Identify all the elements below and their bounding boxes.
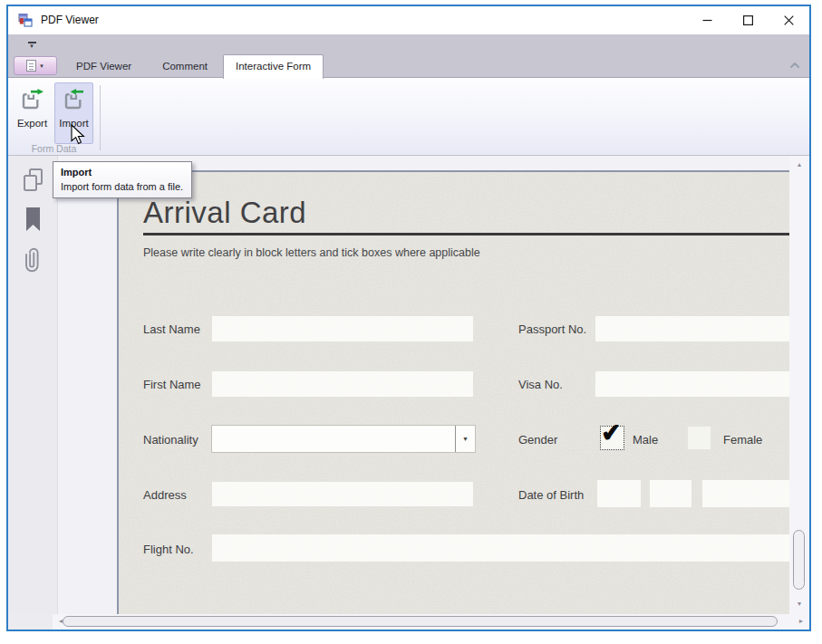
vertical-scrollbar-thumb[interactable] [793, 530, 805, 590]
import-label: Import [59, 118, 89, 129]
ribbon-group-separator [100, 85, 101, 150]
address-label: Address [143, 488, 187, 502]
chevron-up-icon [788, 59, 801, 72]
import-tooltip: Import Import form data from a file. [53, 161, 192, 198]
gender-male-checkbox[interactable]: ✔ [600, 426, 624, 450]
titlebar: PDF Viewer [8, 6, 809, 34]
ribbon-body: Export Import Form Data [8, 78, 809, 156]
application-menu-button[interactable]: ▼ [14, 56, 57, 75]
tab-interactive-form[interactable]: Interactive Form [223, 54, 324, 79]
document-view: Arrival Card Please write clearly in blo… [59, 156, 789, 614]
tooltip-title: Import [61, 167, 183, 178]
flight-no-label: Flight No. [143, 543, 194, 556]
scroll-up-button[interactable]: ▲ [793, 159, 806, 170]
document-title: Arrival Card [143, 196, 306, 230]
close-button[interactable] [769, 6, 809, 34]
document-subtitle: Please write clearly in block letters an… [143, 246, 480, 259]
tab-pdf-viewer[interactable]: PDF Viewer [61, 54, 147, 78]
pages-icon [21, 168, 46, 193]
nationality-label: Nationality [143, 433, 198, 447]
window-controls [687, 6, 809, 34]
title-rule [143, 233, 807, 235]
male-label: Male [633, 433, 658, 447]
window-title: PDF Viewer [41, 6, 99, 34]
visa-no-field[interactable] [595, 370, 807, 398]
checkmark-icon: ✔ [600, 418, 623, 448]
bookmark-icon [22, 207, 45, 234]
form-data-group-label: Form Data [8, 143, 100, 154]
export-form-data-icon [20, 89, 44, 111]
address-field[interactable] [211, 481, 474, 507]
export-label: Export [17, 118, 47, 129]
chevron-down-icon: ▼ [29, 44, 34, 49]
gender-label: Gender [518, 433, 557, 447]
minimize-button[interactable] [687, 6, 728, 34]
female-label: Female [723, 433, 762, 447]
maximize-icon [743, 15, 753, 25]
nationality-combobox[interactable]: ▼ [211, 425, 476, 453]
tooltip-description: Import form data from a file. [61, 181, 183, 192]
document-icon [26, 60, 36, 72]
quick-access-toolbar: ▼ [8, 34, 809, 54]
import-button[interactable]: Import [54, 82, 93, 144]
last-name-label: Last Name [143, 322, 200, 336]
scroll-right-button[interactable]: ► [795, 616, 807, 627]
vertical-scrollbar[interactable]: ▲ ▼ [789, 156, 809, 614]
export-button[interactable]: Export [13, 82, 52, 144]
date-of-birth-label: Date of Birth [518, 488, 584, 502]
dob-month-field[interactable] [649, 479, 692, 508]
tab-comment[interactable]: Comment [147, 54, 223, 78]
ribbon-tab-row: ▼ PDF Viewer Comment Interactive Form [8, 54, 809, 78]
flight-no-field[interactable] [211, 533, 807, 562]
collapse-ribbon-button[interactable] [788, 59, 802, 73]
main-area: Arrival Card Please write clearly in blo… [8, 156, 809, 614]
paperclip-icon [23, 245, 44, 275]
dob-day-field[interactable] [596, 479, 642, 508]
first-name-label: First Name [143, 378, 201, 391]
attachments-button[interactable] [20, 245, 47, 274]
qat-customize-button[interactable]: ▼ [23, 38, 41, 52]
horizontal-scrollbar-thumb[interactable] [63, 616, 778, 627]
passport-no-field[interactable] [595, 315, 807, 342]
bookmarks-button[interactable] [20, 207, 47, 235]
navigation-sidebar [8, 156, 58, 614]
horizontal-scrollbar[interactable]: ◄ ► [53, 614, 809, 630]
import-form-data-icon [62, 89, 86, 111]
maximize-button[interactable] [728, 6, 769, 34]
first-name-field[interactable] [211, 370, 474, 398]
minimize-icon [702, 15, 712, 25]
passport-no-label: Passport No. [518, 322, 586, 336]
screen: PDF Viewer ▼ ▼ PDF Viewer Comment [0, 0, 822, 644]
visa-no-label: Visa No. [518, 378, 563, 391]
close-icon [784, 15, 794, 25]
scroll-down-button[interactable]: ▼ [793, 599, 806, 610]
scrollbar-corner [8, 614, 53, 630]
page-thumbnails-button[interactable] [20, 167, 47, 196]
gender-female-checkbox[interactable] [687, 426, 711, 450]
last-name-field[interactable] [211, 315, 474, 342]
nationality-dropdown-button[interactable]: ▼ [455, 426, 475, 452]
pdf-viewer-window: PDF Viewer ▼ ▼ PDF Viewer Comment [6, 5, 811, 631]
app-window-icon [18, 13, 33, 27]
pdf-page: Arrival Card Please write clearly in blo… [117, 170, 809, 614]
ribbon-tabs: PDF Viewer Comment Interactive Form [61, 54, 324, 78]
chevron-down-icon: ▼ [462, 436, 469, 442]
chevron-down-icon: ▼ [39, 63, 44, 69]
